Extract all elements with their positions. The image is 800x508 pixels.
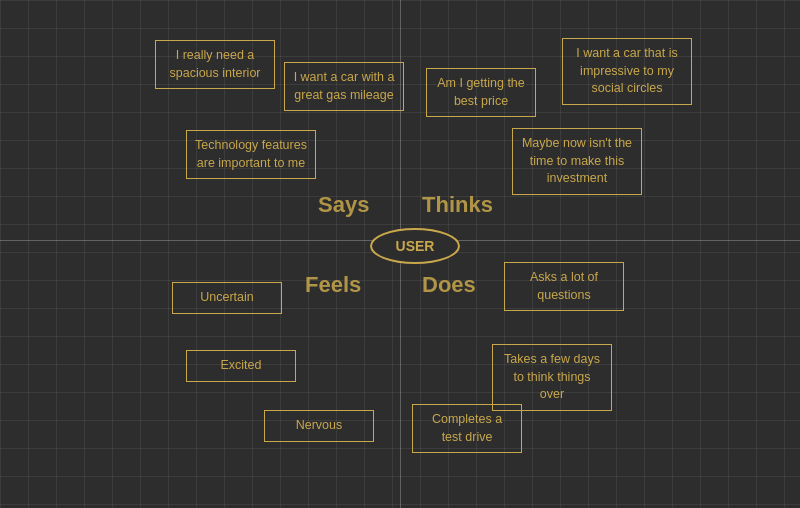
quadrant-label-does: Does [422,272,476,298]
quadrant-label-thinks: Thinks [422,192,493,218]
quadrant-label-says: Says [318,192,369,218]
card-gas: I want a car with a great gas mileage [284,62,404,111]
card-asks: Asks a lot of questions [504,262,624,311]
user-ellipse: USER [370,228,460,264]
card-investment: Maybe now isn't the time to make this in… [512,128,642,195]
user-label: USER [396,238,435,254]
card-tech: Technology features are important to me [186,130,316,179]
card-social: I want a car that is impressive to my so… [562,38,692,105]
card-think: Takes a few days to think things over [492,344,612,411]
card-excited: Excited [186,350,296,382]
card-nervous: Nervous [264,410,374,442]
card-spacious: I really need a spacious interior [155,40,275,89]
quadrant-label-feels: Feels [305,272,361,298]
card-uncertain: Uncertain [172,282,282,314]
card-testdrive: Completes a test drive [412,404,522,453]
card-price: Am I getting the best price [426,68,536,117]
